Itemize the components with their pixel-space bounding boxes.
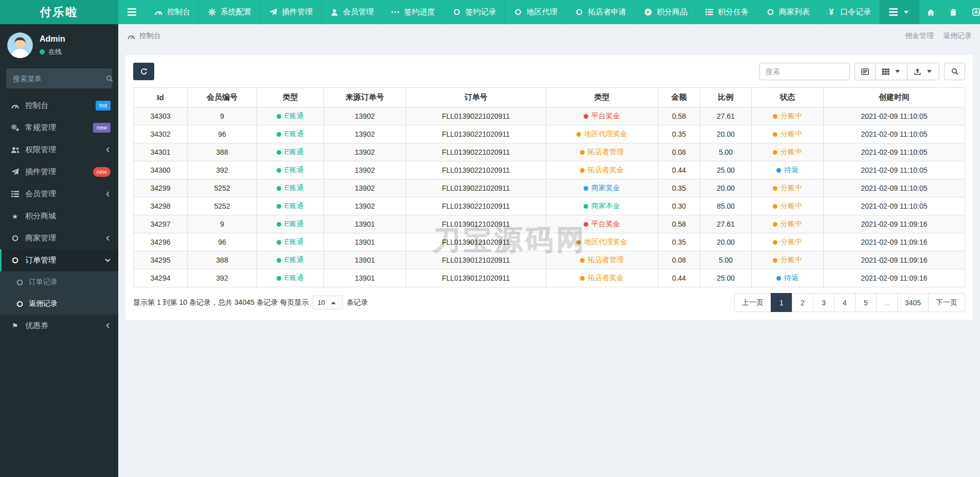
type-tag[interactable]: E账通 xyxy=(277,237,303,247)
type-tag[interactable]: 拓店者管理 xyxy=(580,148,624,157)
column-header[interactable]: 订单号 xyxy=(406,88,546,107)
table-search-input[interactable] xyxy=(759,63,850,80)
topnav-item[interactable]: 控制台 xyxy=(145,0,198,24)
sidebar-subitem[interactable]: 订单记录 xyxy=(0,271,118,293)
column-header[interactable]: 会员编号 xyxy=(188,88,257,107)
type-tag[interactable]: 拓店者奖金 xyxy=(580,273,624,283)
sidebar-item[interactable]: 常规管理new xyxy=(0,117,118,139)
type-tag[interactable]: E账通 xyxy=(277,166,303,175)
page-button[interactable]: 4 xyxy=(834,293,856,312)
page-button[interactable]: 2 xyxy=(792,293,813,312)
table-row[interactable]: 3429696E账通13901FLL01390121020911地区代理奖金0.… xyxy=(134,233,965,251)
prev-page-button[interactable]: 上一页 xyxy=(734,293,771,312)
type-tag[interactable]: E账通 xyxy=(277,201,303,211)
sidebar-item[interactable]: 权限管理 xyxy=(0,139,118,161)
table-row[interactable]: 34294392E账通13901FLL01390121020911拓店者奖金0.… xyxy=(134,269,965,287)
page-button[interactable]: 5 xyxy=(855,293,877,312)
column-header[interactable]: 创建时间 xyxy=(824,88,965,107)
column-header[interactable]: 来源订单号 xyxy=(324,88,406,107)
column-header[interactable]: Id xyxy=(134,88,188,107)
columns-button[interactable] xyxy=(875,63,908,80)
type-tag[interactable]: 平台奖金 xyxy=(584,112,620,121)
type-tag[interactable]: E账通 xyxy=(277,219,303,229)
column-header[interactable]: 类型 xyxy=(257,88,324,107)
search-button[interactable] xyxy=(944,63,965,80)
type-tag[interactable]: E账通 xyxy=(277,255,303,265)
paging-toggle-button[interactable] xyxy=(855,63,876,80)
type-tag[interactable]: 待返 xyxy=(776,166,798,175)
topnav-item[interactable]: 签约进度 xyxy=(382,0,443,24)
clear-trash-button[interactable] xyxy=(942,0,965,24)
sidebar-item[interactable]: 插件管理new xyxy=(0,161,118,183)
clear-cache-button[interactable] xyxy=(965,0,980,24)
type-tag[interactable]: 分账中 xyxy=(773,112,802,121)
sidebar-item[interactable]: 会员管理 xyxy=(0,183,118,205)
type-tag[interactable]: 分账中 xyxy=(773,148,802,157)
table-row[interactable]: 34301388E账通13902FLL01390221020911拓店者管理0.… xyxy=(134,143,965,161)
topnav-item-label: 签约进度 xyxy=(404,7,435,17)
topnav-item[interactable]: 地区代理 xyxy=(504,0,566,24)
type-tag[interactable]: 地区代理奖金 xyxy=(576,237,627,247)
type-tag[interactable]: E账通 xyxy=(277,112,303,121)
table-row[interactable]: 34300392E账通13902FLL01390221020911拓店者奖金0.… xyxy=(134,161,965,179)
page-button[interactable]: ... xyxy=(876,293,898,312)
table-row[interactable]: 342985252E账通13902FLL01390221020911商家本金0.… xyxy=(134,197,965,215)
type-tag[interactable]: 分账中 xyxy=(773,219,802,229)
sidebar-item[interactable]: 控制台hot xyxy=(0,95,118,117)
type-tag[interactable]: 地区代理奖金 xyxy=(576,130,627,139)
topnav-item[interactable]: 商家列表 xyxy=(757,0,818,24)
type-tag[interactable]: 拓店者管理 xyxy=(580,255,624,265)
column-header[interactable]: 状态 xyxy=(752,88,824,107)
topnav-item[interactable]: 签约记录 xyxy=(443,0,504,24)
type-tag[interactable]: 待返 xyxy=(776,273,798,283)
topnav-item[interactable]: ¥口令记录 xyxy=(818,0,880,24)
type-tag[interactable]: E账通 xyxy=(277,130,303,139)
sidebar-item[interactable]: 商家管理 xyxy=(0,227,118,249)
type-tag[interactable]: 分账中 xyxy=(773,255,802,265)
page-size-select[interactable]: 10 xyxy=(313,296,343,309)
home-button[interactable] xyxy=(919,0,942,24)
sidebar-toggle-button[interactable] xyxy=(118,0,145,24)
table-row[interactable]: 342995252E账通13902FLL01390221020911商家奖金0.… xyxy=(134,179,965,197)
breadcrumb-right-item[interactable]: 佣金管理 xyxy=(905,31,934,41)
sidebar-search-input[interactable] xyxy=(13,75,106,83)
table-row[interactable]: 34295388E账通13901FLL01390121020911拓店者管理0.… xyxy=(134,251,965,269)
breadcrumb-home[interactable]: 控制台 xyxy=(126,31,161,41)
column-header[interactable]: 比例 xyxy=(700,88,752,107)
topnav-item[interactable]: 积分任务 xyxy=(696,0,757,24)
topnav-item[interactable]: P积分商品 xyxy=(634,0,696,24)
menu-dropdown-button[interactable] xyxy=(880,0,919,24)
topnav-item[interactable]: 拓店者申请 xyxy=(566,0,634,24)
type-tag[interactable]: 商家奖金 xyxy=(584,184,620,193)
table-row[interactable]: 343039E账通13902FLL01390221020911平台奖金0.582… xyxy=(134,107,965,125)
type-tag[interactable]: 分账中 xyxy=(773,130,802,139)
type-tag[interactable]: 拓店者奖金 xyxy=(580,166,624,175)
type-tag[interactable]: 平台奖金 xyxy=(584,219,620,229)
sidebar-item[interactable]: 订单管理 xyxy=(0,249,118,271)
sidebar-subitem[interactable]: 返佣记录 xyxy=(0,293,118,315)
topnav-item[interactable]: 会员管理 xyxy=(321,0,382,24)
type-tag[interactable]: 分账中 xyxy=(773,201,802,211)
type-tag[interactable]: E账通 xyxy=(277,148,303,157)
next-page-button[interactable]: 下一页 xyxy=(928,293,965,312)
type-tag[interactable]: E账通 xyxy=(277,273,303,283)
topnav-item[interactable]: 系统配置 xyxy=(198,0,260,24)
sidebar-item[interactable]: ⚑优惠券 xyxy=(0,315,118,337)
table-row[interactable]: 3430296E账通13902FLL01390221020911地区代理奖金0.… xyxy=(134,125,965,143)
type-tag[interactable]: 商家本金 xyxy=(584,201,620,211)
topnav-item[interactable]: 插件管理 xyxy=(260,0,321,24)
page-button[interactable]: 1 xyxy=(771,293,792,312)
page-button[interactable]: 3 xyxy=(813,293,834,312)
breadcrumb-right-item[interactable]: 返佣记录 xyxy=(943,31,972,41)
column-header[interactable]: 类型 xyxy=(546,88,658,107)
column-header[interactable]: 金额 xyxy=(658,88,700,107)
refresh-button[interactable] xyxy=(133,63,154,80)
sidebar-item[interactable]: ★积分商城 xyxy=(0,205,118,227)
brand-logo[interactable]: 付乐啦 xyxy=(0,0,118,24)
type-tag[interactable]: 分账中 xyxy=(773,184,802,193)
type-tag[interactable]: 分账中 xyxy=(773,237,802,247)
table-row[interactable]: 342979E账通13901FLL01390121020911平台奖金0.582… xyxy=(134,215,965,233)
type-tag[interactable]: E账通 xyxy=(277,184,303,193)
page-button[interactable]: 3405 xyxy=(897,293,929,312)
export-button[interactable] xyxy=(907,63,939,80)
